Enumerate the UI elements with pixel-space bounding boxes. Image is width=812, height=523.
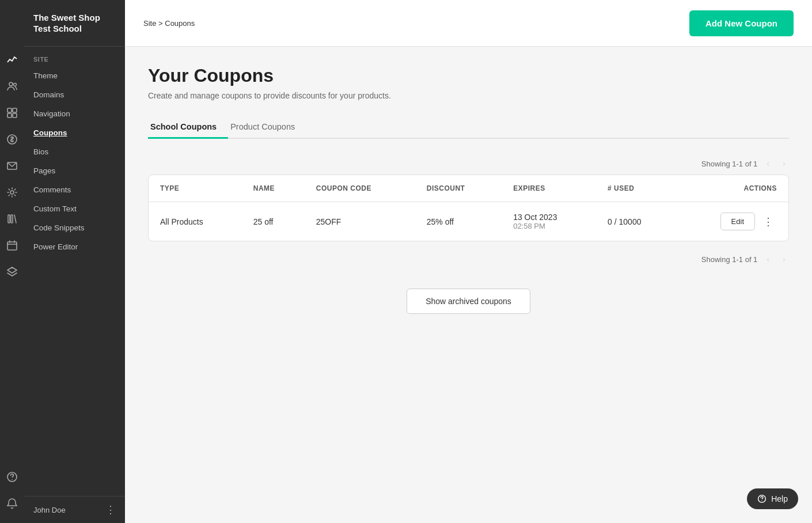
calendar-icon[interactable] <box>4 237 20 253</box>
sidebar-label-coupons: Coupons <box>33 128 67 137</box>
col-type: TYPE <box>149 175 242 202</box>
help-label: Help <box>771 494 788 503</box>
school-name: The Sweet Shop Test School <box>24 0 125 47</box>
row-code: 25OFF <box>305 202 415 241</box>
more-actions-button[interactable]: ⋮ <box>760 214 777 229</box>
help-circle-icon <box>757 494 767 503</box>
svg-rect-3 <box>13 108 17 112</box>
svg-point-0 <box>9 82 13 86</box>
sidebar-item-pages[interactable]: Pages <box>24 161 125 180</box>
site-section-label: SITE <box>24 47 125 66</box>
users-icon[interactable] <box>4 78 20 94</box>
pagination-next-bottom[interactable]: › <box>779 253 789 266</box>
sidebar-item-bios[interactable]: Bios <box>24 142 125 161</box>
topbar: Site > Coupons Add New Coupon <box>125 0 812 47</box>
coupons-table: TYPE NAME COUPON CODE DISCOUNT EXPIRES #… <box>148 175 789 241</box>
svg-rect-9 <box>8 215 10 223</box>
tab-product-coupons[interactable]: Product Coupons <box>228 116 306 139</box>
sidebar-label-bios: Bios <box>33 147 48 156</box>
col-actions: ACTIONS <box>676 175 788 202</box>
page-title: Your Coupons <box>148 65 789 86</box>
expires-date: 13 Oct 2023 <box>513 213 585 222</box>
svg-marker-12 <box>7 267 17 273</box>
sidebar-item-navigation[interactable]: Navigation <box>24 104 125 123</box>
sidebar-user: John Doe ⋮ <box>24 496 125 523</box>
row-name: 25 off <box>242 202 305 241</box>
sidebar-label-comments: Comments <box>33 185 71 194</box>
sidebar-label-power-editor: Power Editor <box>33 242 78 251</box>
row-expires: 13 Oct 2023 02:58 PM <box>502 202 596 241</box>
library-icon[interactable] <box>4 211 20 227</box>
dashboard-icon[interactable] <box>4 105 20 121</box>
sidebar-label-theme: Theme <box>33 71 58 80</box>
sidebar-item-domains[interactable]: Domains <box>24 85 125 104</box>
sidebar-item-custom-text[interactable]: Custom Text <box>24 199 125 218</box>
svg-rect-2 <box>7 108 12 112</box>
table-header-row: TYPE NAME COUPON CODE DISCOUNT EXPIRES #… <box>149 175 788 202</box>
add-coupon-button[interactable]: Add New Coupon <box>689 10 794 36</box>
sidebar-item-theme[interactable]: Theme <box>24 66 125 85</box>
sidebar-label-code-snippets: Code Snippets <box>33 223 85 232</box>
pagination-top-text: Showing 1-1 of 1 <box>701 160 758 168</box>
sidebar-label-domains: Domains <box>33 90 64 99</box>
sidebar-item-power-editor[interactable]: Power Editor <box>24 237 125 256</box>
sidebar-label-custom-text: Custom Text <box>33 204 77 213</box>
page-subtitle: Create and manage coupons to provide dis… <box>148 91 789 100</box>
breadcrumb-current: Coupons <box>165 19 195 28</box>
settings-icon[interactable] <box>4 184 20 200</box>
page-content: Your Coupons Create and manage coupons t… <box>125 47 812 523</box>
coupons-tabs: School Coupons Product Coupons <box>148 116 789 139</box>
sidebar-label-pages: Pages <box>33 166 55 175</box>
sidebar: The Sweet Shop Test School SITE Theme Do… <box>24 0 125 523</box>
expires-time: 02:58 PM <box>513 222 585 230</box>
user-name: John Doe <box>33 506 66 514</box>
tab-school-coupons[interactable]: School Coupons <box>148 116 228 139</box>
row-used: 0 / 10000 <box>596 202 676 241</box>
svg-rect-11 <box>7 242 17 250</box>
svg-rect-4 <box>7 113 12 118</box>
row-actions: Edit ⋮ <box>676 202 788 241</box>
layers-icon[interactable] <box>4 264 20 280</box>
pagination-top: Showing 1-1 of 1 ‹ › <box>148 153 789 175</box>
dollar-icon[interactable] <box>4 131 20 147</box>
pagination-prev-top[interactable]: ‹ <box>763 157 773 170</box>
svg-rect-5 <box>13 113 17 118</box>
row-discount: 25% off <box>415 202 502 241</box>
svg-point-14 <box>12 479 13 480</box>
sidebar-item-coupons[interactable]: Coupons <box>24 123 125 142</box>
sidebar-item-code-snippets[interactable]: Code Snippets <box>24 218 125 237</box>
col-code: COUPON CODE <box>305 175 415 202</box>
pagination-bottom-text: Showing 1-1 of 1 <box>701 255 758 264</box>
notification-rail-icon[interactable] <box>4 495 20 511</box>
archived-row: Show archived coupons <box>148 289 789 314</box>
table: TYPE NAME COUPON CODE DISCOUNT EXPIRES #… <box>149 175 788 241</box>
analytics-icon[interactable] <box>4 52 20 68</box>
breadcrumb-site: Site <box>143 19 156 28</box>
col-used: # USED <box>596 175 676 202</box>
col-name: NAME <box>242 175 305 202</box>
pagination-next-top[interactable]: › <box>779 157 789 170</box>
mail-icon[interactable] <box>4 158 20 174</box>
col-expires: EXPIRES <box>502 175 596 202</box>
pagination-bottom: Showing 1-1 of 1 ‹ › <box>148 248 789 270</box>
icon-rail <box>0 0 24 523</box>
main-content: Site > Coupons Add New Coupon Your Coupo… <box>125 0 812 523</box>
help-rail-icon[interactable] <box>4 469 20 485</box>
sidebar-item-comments[interactable]: Comments <box>24 180 125 199</box>
sidebar-label-navigation: Navigation <box>33 109 70 118</box>
breadcrumb-separator: > <box>158 19 163 28</box>
svg-point-8 <box>10 191 14 194</box>
show-archived-button[interactable]: Show archived coupons <box>407 289 530 314</box>
table-row: All Products 25 off 25OFF 25% off 13 Oct… <box>149 202 788 241</box>
svg-point-1 <box>14 84 17 86</box>
svg-point-16 <box>762 501 762 501</box>
pagination-prev-bottom[interactable]: ‹ <box>763 253 773 266</box>
edit-coupon-button[interactable]: Edit <box>720 213 755 230</box>
user-menu-icon[interactable]: ⋮ <box>105 503 116 516</box>
col-discount: DISCOUNT <box>415 175 502 202</box>
help-button[interactable]: Help <box>747 488 798 509</box>
row-type: All Products <box>149 202 242 241</box>
breadcrumb: Site > Coupons <box>143 19 195 28</box>
svg-rect-10 <box>11 215 13 223</box>
